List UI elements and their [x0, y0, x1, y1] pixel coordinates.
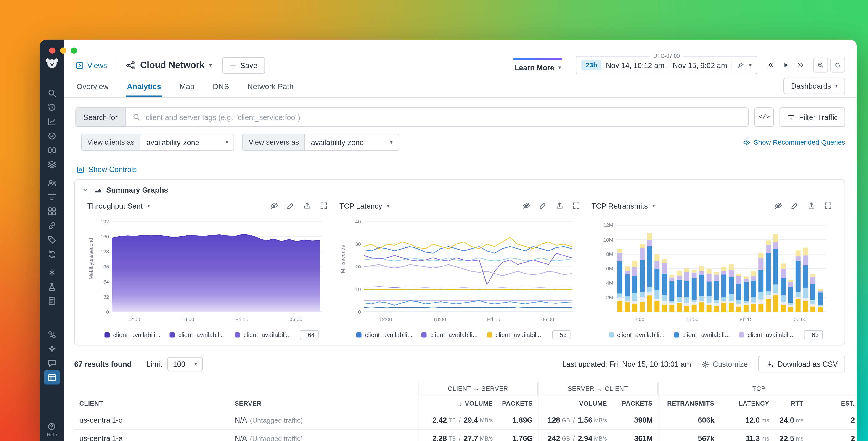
column-header-volume[interactable]: VOLUME: [538, 395, 612, 411]
sidebar-item-explore[interactable]: [44, 143, 60, 157]
collapse-chevron-icon[interactable]: [82, 186, 89, 194]
chart-title-select[interactable]: TCP Latency: [339, 201, 382, 210]
query-editor-button[interactable]: </>: [754, 108, 774, 127]
edit-icon[interactable]: [287, 202, 295, 210]
column-header-rtt[interactable]: RTT: [774, 395, 809, 411]
time-range-label: Nov 14, 10:12 am – Nov 15, 9:02 am: [606, 61, 727, 69]
legend-item[interactable]: client_availabili...: [674, 331, 730, 338]
legend-more-chip[interactable]: +64: [300, 330, 319, 339]
legend-item[interactable]: client_availabili...: [170, 331, 226, 338]
expand-icon[interactable]: [572, 202, 580, 210]
pin-icon[interactable]: [737, 61, 744, 69]
legend-more-chip[interactable]: +63: [804, 330, 823, 339]
tab-analytics[interactable]: Analytics: [126, 78, 162, 97]
minimize-button[interactable]: [60, 48, 66, 54]
sidebar-item-automation[interactable]: [44, 265, 60, 280]
view-clients-as-select[interactable]: View clients as availability-zone ▾: [81, 134, 235, 151]
cell-sc-packets: 361M: [612, 430, 658, 441]
column-header-packets[interactable]: PACKETS: [498, 395, 538, 411]
sidebar-item-filters[interactable]: [44, 190, 60, 204]
sidebar-item-chat[interactable]: [44, 356, 60, 371]
save-button[interactable]: Save: [222, 57, 265, 74]
table-row[interactable]: us-central1-aN/A(Untagged traffic)2.28TB…: [74, 430, 857, 441]
sidebar-item-search[interactable]: [44, 86, 60, 100]
legend-more-chip[interactable]: +53: [552, 330, 571, 339]
sidebar-item-history[interactable]: [44, 100, 60, 115]
show-controls-link[interactable]: Show Controls: [76, 165, 857, 174]
sidebar-item-library[interactable]: [44, 157, 60, 172]
table-row[interactable]: us-central1-cN/A(Untagged traffic)2.42TB…: [74, 411, 857, 430]
expand-icon[interactable]: [320, 202, 328, 210]
close-button[interactable]: [49, 48, 56, 54]
cell-server: N/A(Untagged traffic): [229, 411, 418, 429]
edit-icon[interactable]: [539, 202, 547, 210]
sidebar-item-apps[interactable]: [44, 204, 60, 218]
search-input[interactable]: client and server tags (e.g. "client_ser…: [125, 108, 749, 127]
sidebar-item-modules[interactable]: [44, 370, 60, 385]
sidebar-item-help[interactable]: Help: [46, 422, 57, 438]
customize-button[interactable]: Customize: [701, 360, 748, 369]
edit-icon[interactable]: [791, 202, 799, 210]
views-button[interactable]: Views: [75, 61, 107, 69]
legend-item[interactable]: client_availabili...: [356, 331, 412, 338]
tab-network-path[interactable]: Network Path: [246, 78, 295, 97]
sidebar-item-tags[interactable]: [44, 233, 60, 247]
sidebar-item-monitoring[interactable]: [44, 129, 60, 143]
sidebar-item-labs[interactable]: [44, 280, 60, 294]
maximize-button[interactable]: [71, 48, 77, 54]
column-header-volume[interactable]: ↓VOLUME: [418, 395, 498, 411]
column-header-latency[interactable]: LATENCY: [719, 395, 774, 411]
play-button[interactable]: [779, 58, 793, 72]
column-header-retransmits[interactable]: RETRANSMITS: [658, 395, 719, 411]
dashboards-button[interactable]: Dashboards ▾: [784, 78, 845, 94]
cell-latency: 12.0ms: [719, 411, 774, 429]
sidebar-item-integrations[interactable]: [44, 218, 60, 233]
column-header-server[interactable]: SERVER: [229, 395, 418, 411]
column-header-client[interactable]: CLIENT: [74, 395, 229, 411]
tab-dns[interactable]: DNS: [212, 78, 230, 97]
zoom-out-button[interactable]: [813, 58, 828, 73]
export-icon[interactable]: [303, 202, 311, 210]
hide-icon[interactable]: [774, 202, 782, 210]
export-icon[interactable]: [807, 202, 815, 210]
sidebar-item-users[interactable]: [44, 175, 60, 190]
legend-item[interactable]: client_availabili...: [422, 331, 477, 338]
column-header-est-[interactable]: EST.: [809, 395, 857, 411]
svg-text:64: 64: [103, 279, 109, 285]
export-icon[interactable]: [556, 202, 563, 210]
step-forward-button[interactable]: [794, 58, 807, 72]
download-csv-button[interactable]: Download as CSV: [758, 356, 845, 373]
cell-est: 2: [809, 430, 857, 441]
tab-map[interactable]: Map: [178, 78, 196, 97]
chart-title-select[interactable]: Throughput Sent: [88, 201, 143, 210]
hide-icon[interactable]: [522, 202, 530, 210]
chart-title-select[interactable]: TCP Retransmits: [591, 201, 648, 210]
hide-icon[interactable]: [270, 202, 278, 210]
sidebar-item-network-add[interactable]: [44, 327, 60, 342]
legend-item[interactable]: client_availabili...: [739, 331, 795, 338]
time-range-picker[interactable]: UTC-07:00 23h Nov 14, 10:12 am – Nov 15,…: [576, 56, 757, 74]
kentik-logo-icon[interactable]: [45, 57, 59, 72]
legend-item[interactable]: client_availabili...: [609, 331, 664, 338]
sidebar-item-analytics[interactable]: [44, 114, 60, 129]
view-clients-as-value: availability-zone: [147, 138, 199, 147]
svg-text:40: 40: [355, 219, 361, 225]
column-header-packets[interactable]: PACKETS: [612, 395, 658, 411]
expand-icon[interactable]: [824, 202, 832, 210]
sidebar-item-journal[interactable]: [44, 294, 60, 308]
sidebar-item-assistant[interactable]: [44, 342, 60, 356]
tab-overview[interactable]: Overview: [75, 78, 110, 97]
limit-select[interactable]: 100 ▾: [167, 357, 203, 372]
chart-plot: 01020304012:0018:00Fri 1506:00: [347, 216, 576, 328]
refresh-button[interactable]: [830, 58, 845, 73]
legend-item[interactable]: client_availabili...: [104, 331, 161, 338]
step-back-button[interactable]: [764, 58, 778, 72]
learn-more-dropdown[interactable]: Learn More ▾: [515, 58, 561, 72]
view-servers-as-select[interactable]: View servers as availability-zone ▾: [242, 134, 399, 151]
show-recommended-queries-link[interactable]: Show Recommended Queries: [743, 138, 845, 146]
view-title-dropdown[interactable]: Cloud Network ▾: [126, 60, 212, 70]
sidebar-item-sync[interactable]: [44, 247, 60, 261]
legend-item[interactable]: client_availabili...: [235, 331, 291, 338]
legend-item[interactable]: client_availabili...: [487, 331, 543, 338]
filter-traffic-button[interactable]: Filter Traffic: [780, 108, 845, 127]
